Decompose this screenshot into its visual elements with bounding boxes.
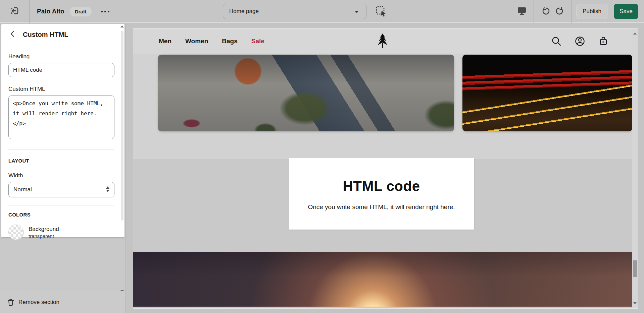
status-badge: Draft (70, 7, 92, 16)
redo-button[interactable] (553, 4, 567, 18)
shopping-bag-icon (598, 36, 609, 47)
nav-link-bags[interactable]: Bags (222, 38, 237, 45)
background-color-row[interactable]: Background transparent (8, 225, 114, 240)
dot (108, 11, 109, 12)
colors-section-header: COLORS (8, 212, 114, 217)
select-tool-icon (375, 13, 387, 18)
site-title: Palo Alto (37, 8, 64, 15)
scroll-down-arrow[interactable] (633, 302, 637, 304)
divider (572, 0, 572, 23)
transparent-swatch (8, 225, 24, 240)
dot (104, 11, 106, 12)
topbar-left-group: Palo Alto Draft (0, 0, 111, 23)
select-stepper-icon (106, 186, 109, 192)
settings-sidebar: Custom HTML Heading Custom HTML <p>Once … (0, 23, 126, 313)
device-preview-button[interactable] (515, 4, 529, 18)
width-select-value: Normal (13, 186, 32, 193)
site-preview-frame: Men Women Bags Sale (133, 28, 638, 308)
monitor-icon (517, 6, 527, 17)
color-text: Background transparent (29, 226, 59, 239)
gallery-image-aerial-street[interactable] (158, 55, 454, 131)
nav-link-sale[interactable]: Sale (251, 38, 264, 45)
publish-button[interactable]: Publish (577, 4, 607, 19)
width-label: Width (8, 172, 114, 179)
account-button[interactable] (575, 36, 585, 48)
heading-label: Heading (8, 53, 114, 60)
scrollbar-thumb[interactable] (633, 260, 637, 277)
nav-link-men[interactable]: Men (159, 38, 171, 45)
nav-link-women[interactable]: Women (185, 38, 208, 45)
select-element-tool-button[interactable] (375, 5, 387, 17)
footer-sunset-image[interactable] (133, 252, 632, 307)
divider (8, 205, 114, 205)
custom-html-textarea[interactable]: <p>Once you write some HTML, it will ren… (8, 96, 114, 139)
background-color-label: Background (29, 226, 59, 233)
topbar-right-group: Publish Save (515, 0, 644, 23)
panel-body: Heading Custom HTML <p>Once you write so… (1, 45, 125, 240)
html-block-title: HTML code (289, 178, 474, 194)
scrollbar-thumb[interactable] (121, 31, 123, 221)
divider (534, 0, 534, 23)
more-options-button[interactable] (99, 9, 111, 14)
gallery-image-light-trails[interactable] (462, 55, 632, 131)
account-icon (575, 36, 585, 47)
dot (101, 11, 103, 12)
undo-button[interactable] (539, 4, 553, 18)
preview-scrollbar[interactable] (632, 28, 638, 308)
site-header: Men Women Bags Sale (133, 28, 632, 54)
cart-button[interactable] (598, 36, 609, 48)
redo-icon (555, 6, 564, 16)
html-block-paragraph: Once you write some HTML, it will render… (289, 203, 474, 211)
divider (8, 149, 114, 149)
topbar: Palo Alto Draft Home page (0, 0, 644, 23)
heading-input[interactable] (8, 63, 114, 77)
panel-header: Custom HTML (1, 24, 125, 45)
panel-title: Custom HTML (23, 31, 68, 39)
site-nav: Men Women Bags Sale (159, 38, 264, 45)
page-selector-value: Home page (229, 8, 259, 15)
search-button[interactable] (551, 36, 562, 48)
trash-icon (7, 298, 14, 306)
undo-icon (541, 6, 550, 16)
width-select[interactable]: Normal (8, 182, 114, 197)
save-button[interactable]: Save (614, 4, 638, 19)
remove-section-button[interactable]: Remove section (0, 291, 126, 313)
remove-section-label: Remove section (18, 299, 59, 306)
custom-html-label: Custom HTML (8, 86, 114, 92)
editor-app: Palo Alto Draft Home page (0, 0, 644, 313)
site-header-icons (551, 36, 609, 48)
chevron-left-icon (9, 30, 15, 39)
background-color-value: transparent (29, 233, 59, 239)
tree-logo[interactable] (377, 33, 388, 50)
page-selector-dropdown[interactable]: Home page (223, 4, 366, 19)
search-icon (551, 36, 562, 47)
scroll-up-arrow[interactable] (633, 33, 637, 35)
custom-html-panel: Custom HTML Heading Custom HTML <p>Once … (1, 24, 125, 237)
custom-html-rendered-block[interactable]: HTML code Once you write some HTML, it w… (289, 158, 474, 230)
exit-icon (10, 6, 19, 17)
scroll-up-arrow[interactable] (120, 25, 124, 27)
layout-section-header: LAYOUT (8, 158, 114, 164)
sidebar-scrollbar[interactable] (120, 25, 124, 292)
chevron-down-icon (355, 11, 359, 13)
back-button[interactable] (7, 29, 17, 40)
exit-editor-button[interactable] (0, 0, 30, 23)
